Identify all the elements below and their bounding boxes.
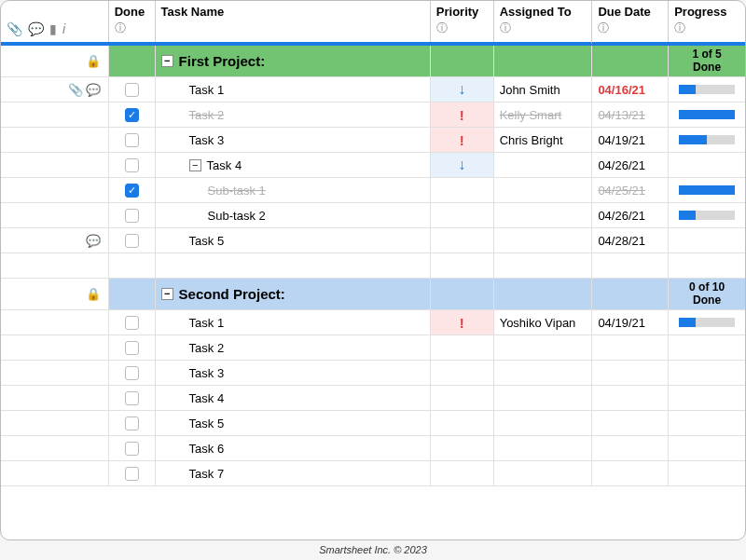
- priority-cell[interactable]: ↓: [431, 77, 494, 102]
- progress-cell[interactable]: [669, 102, 745, 127]
- done-cell[interactable]: [109, 153, 156, 177]
- done-cell[interactable]: [109, 228, 156, 253]
- comment-header-icon[interactable]: 💬: [28, 21, 44, 36]
- assigned-cell[interactable]: Yoshiko Vipan: [494, 310, 593, 335]
- done-checkbox[interactable]: ✓: [125, 184, 139, 198]
- column-menu-icon[interactable]: ⓘ: [500, 20, 587, 36]
- task-name-cell[interactable]: Task 7: [156, 461, 431, 485]
- progress-cell[interactable]: [669, 361, 745, 385]
- due-date-cell[interactable]: 04/19/21: [592, 310, 669, 335]
- done-cell[interactable]: [109, 335, 156, 360]
- section-header-row[interactable]: 🔒 −Second Project: 0 of 10Done: [1, 279, 745, 310]
- task-name-cell[interactable]: Task 3: [156, 361, 431, 385]
- due-date-cell[interactable]: [592, 386, 669, 410]
- task-name-cell[interactable]: Task 5: [156, 411, 431, 435]
- task-name-cell[interactable]: Task 1: [156, 310, 431, 335]
- task-row[interactable]: Task 4: [1, 386, 745, 411]
- row-handle[interactable]: 💬: [1, 228, 109, 253]
- done-checkbox[interactable]: [125, 366, 139, 380]
- proof-header-icon[interactable]: ▮: [49, 21, 57, 36]
- col-header-task[interactable]: Task Name: [156, 1, 431, 42]
- task-name-cell[interactable]: Task 2: [156, 102, 431, 127]
- done-checkbox[interactable]: [125, 417, 139, 430]
- collapse-icon[interactable]: −: [161, 288, 173, 300]
- priority-cell[interactable]: [431, 335, 494, 360]
- row-handle[interactable]: 🔒: [1, 46, 109, 76]
- priority-cell[interactable]: [431, 361, 494, 385]
- task-name-cell[interactable]: Task 2: [156, 335, 431, 360]
- assigned-cell[interactable]: [494, 228, 593, 253]
- done-cell[interactable]: [109, 77, 156, 102]
- done-checkbox[interactable]: [125, 209, 139, 223]
- due-date-cell[interactable]: 04/26/21: [592, 153, 669, 177]
- due-date-cell[interactable]: [592, 361, 669, 385]
- column-menu-icon[interactable]: ⓘ: [598, 20, 662, 36]
- priority-cell[interactable]: [431, 178, 494, 202]
- task-name-cell[interactable]: Sub-task 1: [156, 178, 431, 202]
- assigned-cell[interactable]: [494, 335, 593, 360]
- progress-cell[interactable]: [669, 386, 745, 410]
- task-row[interactable]: ✓ Sub-task 1 04/25/21: [1, 178, 745, 203]
- done-checkbox[interactable]: [125, 234, 139, 248]
- task-row[interactable]: −Task 4 ↓ 04/26/21: [1, 153, 745, 178]
- assigned-cell[interactable]: [494, 203, 593, 227]
- row-handle[interactable]: [1, 310, 109, 335]
- task-row[interactable]: Task 7: [1, 461, 745, 486]
- section-title-cell[interactable]: −Second Project:: [156, 279, 431, 309]
- assigned-cell[interactable]: John Smith: [494, 77, 593, 102]
- done-checkbox[interactable]: [125, 341, 139, 355]
- done-checkbox[interactable]: [125, 391, 139, 405]
- due-date-cell[interactable]: 04/28/21: [592, 228, 669, 253]
- column-menu-icon[interactable]: ⓘ: [674, 20, 739, 36]
- col-header-done[interactable]: Done ⓘ: [109, 1, 156, 42]
- attach-icon[interactable]: 📎: [68, 83, 83, 97]
- assigned-cell[interactable]: [494, 411, 593, 435]
- assigned-cell[interactable]: [494, 153, 593, 177]
- assigned-cell[interactable]: [494, 361, 593, 385]
- done-cell[interactable]: ✓: [109, 178, 156, 202]
- due-date-cell[interactable]: [592, 411, 669, 435]
- due-date-cell[interactable]: 04/13/21: [592, 102, 669, 127]
- due-date-cell[interactable]: [592, 461, 669, 485]
- assigned-cell[interactable]: [494, 436, 593, 460]
- priority-cell[interactable]: [431, 228, 494, 253]
- due-date-cell[interactable]: 04/25/21: [592, 178, 669, 202]
- priority-cell[interactable]: [431, 461, 494, 485]
- row-handle[interactable]: [1, 386, 109, 410]
- task-row[interactable]: 💬 Task 5 04/28/21: [1, 228, 745, 253]
- assigned-cell[interactable]: [494, 386, 593, 410]
- attachment-header-icon[interactable]: 📎: [7, 21, 22, 36]
- row-handle[interactable]: [1, 153, 109, 177]
- progress-cell[interactable]: [669, 77, 745, 102]
- priority-cell[interactable]: !: [431, 310, 494, 335]
- progress-cell[interactable]: [669, 128, 745, 152]
- empty-row[interactable]: [1, 253, 745, 279]
- done-cell[interactable]: [109, 310, 156, 335]
- task-row[interactable]: Task 1 ! Yoshiko Vipan 04/19/21: [1, 310, 745, 335]
- column-menu-icon[interactable]: ⓘ: [436, 20, 488, 36]
- col-header-priority[interactable]: Priority ⓘ: [431, 1, 494, 42]
- section-header-row[interactable]: 🔒 −First Project: 1 of 5Done: [1, 46, 745, 77]
- row-handle[interactable]: [1, 102, 109, 127]
- done-checkbox[interactable]: [125, 158, 139, 172]
- assigned-cell[interactable]: [494, 178, 593, 202]
- priority-cell[interactable]: !: [431, 128, 494, 152]
- done-checkbox[interactable]: [125, 316, 139, 330]
- priority-cell[interactable]: !: [431, 102, 494, 127]
- priority-cell[interactable]: [431, 203, 494, 227]
- collapse-icon[interactable]: −: [161, 55, 173, 67]
- task-row[interactable]: 📎💬 Task 1 ↓ John Smith 04/16/21: [1, 77, 745, 102]
- row-handle[interactable]: [1, 461, 109, 485]
- done-cell[interactable]: [109, 128, 156, 152]
- progress-cell[interactable]: [669, 153, 745, 177]
- task-name-cell[interactable]: Sub-task 2: [156, 203, 431, 227]
- task-row[interactable]: Task 3 ! Chris Bright 04/19/21: [1, 128, 745, 153]
- done-checkbox[interactable]: [125, 467, 139, 481]
- comment-icon[interactable]: 💬: [86, 83, 101, 97]
- progress-cell[interactable]: [669, 203, 745, 227]
- col-header-progress[interactable]: Progress ⓘ: [669, 1, 745, 42]
- done-cell[interactable]: [109, 411, 156, 435]
- row-handle[interactable]: 🔒: [1, 279, 109, 309]
- progress-cell[interactable]: [669, 228, 745, 253]
- due-date-cell[interactable]: 04/16/21: [592, 77, 669, 102]
